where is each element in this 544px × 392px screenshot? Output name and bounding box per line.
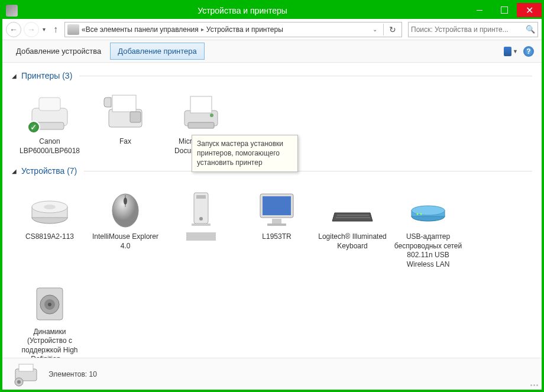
svg-point-35 <box>48 303 51 306</box>
item-label: Динамики (Устройство с поддержкой High D… <box>14 328 85 358</box>
default-badge-icon: ✓ <box>27 121 40 134</box>
monitor-icon <box>253 184 300 231</box>
collapse-icon: ◢ <box>12 168 19 174</box>
search-input[interactable] <box>411 25 526 34</box>
printer-item[interactable]: ✓ Canon LBP6000/LBP6018 <box>12 86 88 158</box>
view-options-button[interactable]: ▼ <box>504 45 518 58</box>
svg-rect-8 <box>188 122 214 128</box>
svg-point-9 <box>210 114 213 117</box>
search-icon[interactable]: 🔍 <box>526 25 535 34</box>
svg-point-31 <box>420 213 422 215</box>
help-button[interactable]: ? <box>522 45 536 58</box>
tooltip: Запуск мастера установки принтеров, помо… <box>192 135 298 172</box>
up-button[interactable]: ↑ <box>49 23 62 36</box>
collapse-icon: ◢ <box>12 73 19 79</box>
svg-point-39 <box>17 380 21 384</box>
fax-icon <box>102 89 149 136</box>
status-text: Элементов: 10 <box>48 370 97 378</box>
svg-rect-37 <box>19 364 33 371</box>
location-icon <box>67 24 79 35</box>
group-header-printers[interactable]: ◢ Принтеры (3) <box>12 71 532 80</box>
svg-rect-7 <box>190 96 212 113</box>
item-label: IntelliMouse Explorer 4.0 <box>90 232 161 251</box>
device-item[interactable]: L1953TR <box>239 182 315 271</box>
back-button[interactable]: ← <box>6 22 21 37</box>
titlebar: Устройства и принтеры <box>2 2 542 19</box>
svg-point-19 <box>199 217 203 221</box>
svg-rect-5 <box>130 112 141 122</box>
item-label: L1953TR <box>262 232 291 242</box>
group-label: Принтеры <box>21 71 60 80</box>
add-device-button[interactable]: Добавление устройства <box>8 43 109 60</box>
window-title: Устройства и принтеры <box>18 6 467 15</box>
device-item[interactable]: Logitech® Illuminated Keyboard <box>315 182 390 271</box>
svg-point-29 <box>412 206 445 215</box>
item-label: Canon LBP6000/LBP6018 <box>14 137 85 155</box>
close-button[interactable] <box>517 3 542 17</box>
svg-rect-23 <box>272 219 281 223</box>
status-icon <box>12 362 40 387</box>
printer-item[interactable]: Fax <box>88 86 163 158</box>
device-item[interactable]: Динамики (Устройство с поддержкой High D… <box>12 277 88 358</box>
address-dropdown[interactable]: ⌄ <box>369 26 381 33</box>
history-dropdown[interactable]: ▾ <box>41 26 47 33</box>
group-count: (3) <box>62 71 72 80</box>
printer-icon: ✓ <box>26 89 73 136</box>
item-label: CS8819A2-113 <box>25 232 74 242</box>
navbar: ← → ▾ ↑ « Все элементы панели управления… <box>2 19 542 40</box>
svg-point-16 <box>124 197 127 205</box>
devices-printers-window: Устройства и принтеры ← → ▾ ↑ « Все элем… <box>2 2 542 390</box>
breadcrumb-segment-2[interactable]: Устройства и принтеры <box>206 25 283 34</box>
status-bar: Элементов: 10 <box>2 358 542 390</box>
address-bar[interactable]: « Все элементы панели управления▸ Устрой… <box>64 22 402 37</box>
view-icon <box>504 47 511 56</box>
svg-rect-22 <box>263 196 291 215</box>
svg-point-13 <box>44 205 56 209</box>
keyboard-icon <box>329 184 376 231</box>
svg-rect-20 <box>192 223 211 226</box>
device-item[interactable] <box>163 182 239 271</box>
chevron-down-icon: ▼ <box>513 48 518 54</box>
item-label-redacted <box>186 232 216 241</box>
maximize-button[interactable] <box>492 3 517 17</box>
group-count: (7) <box>67 166 77 176</box>
svg-point-30 <box>417 213 419 215</box>
svg-rect-1 <box>39 98 60 111</box>
device-item[interactable]: IntelliMouse Explorer 4.0 <box>88 182 163 271</box>
svg-rect-4 <box>112 95 136 112</box>
computer-icon <box>177 184 225 231</box>
minimize-button[interactable] <box>467 3 492 17</box>
printer-icon <box>177 89 225 136</box>
item-label: Logitech® Illuminated Keyboard <box>317 232 388 251</box>
harddrive-icon <box>26 184 73 231</box>
app-icon <box>6 5 18 17</box>
search-box[interactable]: 🔍 <box>408 22 538 37</box>
forward-button[interactable]: → <box>24 22 39 37</box>
devices-list: CS8819A2-113 IntelliMouse Explorer 4.0 L… <box>12 182 532 358</box>
device-item[interactable]: USB-адаптер беспроводных сетей 802.11n U… <box>390 182 466 271</box>
router-icon <box>404 184 452 231</box>
command-bar: Добавление устройства Добавление принтер… <box>2 40 542 63</box>
add-printer-button[interactable]: Добавление принтера <box>110 43 204 60</box>
content-area: Запуск мастера установки принтеров, помо… <box>2 63 542 358</box>
svg-rect-24 <box>267 223 286 226</box>
item-label: Fax <box>119 137 131 147</box>
svg-rect-18 <box>196 195 206 199</box>
speaker-icon <box>26 279 73 326</box>
breadcrumb-chevron[interactable]: « <box>82 25 86 34</box>
help-icon: ? <box>523 46 534 57</box>
item-label: USB-адаптер беспроводных сетей 802.11n U… <box>393 232 464 269</box>
refresh-button[interactable]: ↻ <box>386 25 399 34</box>
resize-grip[interactable] <box>530 384 538 386</box>
group-label: Устройства <box>21 166 64 176</box>
breadcrumb-segment-1[interactable]: Все элементы панели управления▸ <box>86 25 206 34</box>
mouse-icon <box>102 184 149 231</box>
device-item[interactable]: CS8819A2-113 <box>12 182 88 271</box>
window-controls <box>467 3 542 17</box>
